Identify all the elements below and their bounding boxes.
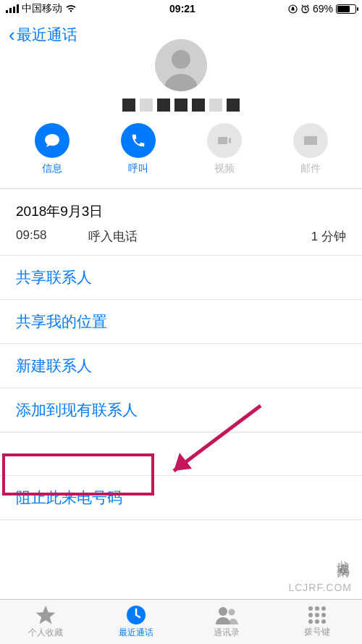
tab-recents-label: 最近通话 bbox=[119, 627, 153, 639]
message-icon bbox=[35, 123, 70, 158]
share-contact-item[interactable]: 共享联系人 bbox=[0, 256, 362, 300]
call-row: 09:58 呼入电话 1 分钟 bbox=[16, 228, 346, 245]
svg-point-14 bbox=[308, 613, 313, 617]
back-label: 最近通话 bbox=[17, 25, 77, 45]
svg-point-16 bbox=[321, 613, 326, 617]
svg-point-17 bbox=[308, 619, 313, 624]
svg-point-12 bbox=[315, 606, 319, 611]
call-button[interactable]: 呼叫 bbox=[109, 123, 167, 175]
svg-point-13 bbox=[321, 606, 326, 611]
add-existing-item[interactable]: 添加到现有联系人 bbox=[0, 388, 362, 432]
svg-point-15 bbox=[315, 613, 319, 617]
keypad-icon bbox=[308, 606, 327, 624]
call-duration: 1 分钟 bbox=[311, 228, 346, 245]
battery-icon bbox=[336, 4, 356, 14]
carrier-label: 中国移动 bbox=[22, 2, 62, 15]
svg-point-19 bbox=[321, 619, 326, 624]
svg-rect-3 bbox=[17, 4, 19, 13]
signal-icon bbox=[6, 4, 19, 13]
contacts-icon bbox=[214, 605, 239, 625]
mail-label: 邮件 bbox=[300, 162, 321, 175]
video-icon bbox=[207, 123, 242, 158]
clock-icon bbox=[126, 605, 146, 625]
tab-keypad[interactable]: 拨号键 bbox=[272, 606, 362, 638]
mail-icon bbox=[293, 123, 328, 158]
annotation-highlight bbox=[2, 453, 154, 495]
avatar bbox=[155, 39, 207, 91]
status-right: 69% bbox=[288, 3, 356, 14]
person-icon bbox=[155, 39, 207, 91]
svg-rect-0 bbox=[6, 10, 8, 13]
tab-favorites[interactable]: 个人收藏 bbox=[0, 605, 90, 639]
back-button[interactable]: ‹ 最近通话 bbox=[9, 25, 77, 45]
status-time: 09:21 bbox=[169, 3, 195, 14]
svg-point-11 bbox=[308, 606, 313, 611]
tab-contacts[interactable]: 通讯录 bbox=[181, 605, 272, 639]
svg-point-18 bbox=[315, 619, 319, 624]
video-label: 视频 bbox=[214, 162, 235, 175]
lock-rotation-icon bbox=[288, 4, 298, 14]
status-bar: 中国移动 09:21 69% bbox=[0, 0, 362, 17]
mail-button: 邮件 bbox=[282, 123, 340, 175]
contact-header bbox=[0, 39, 362, 119]
svg-rect-2 bbox=[13, 7, 15, 13]
call-type: 呼入电话 bbox=[88, 228, 311, 245]
phone-icon bbox=[121, 123, 156, 158]
alarm-icon bbox=[300, 4, 310, 14]
svg-rect-1 bbox=[9, 8, 12, 13]
call-time: 09:58 bbox=[16, 228, 88, 245]
call-date: 2018年9月3日 bbox=[16, 202, 346, 221]
action-row: 信息 呼叫 视频 邮件 bbox=[0, 119, 362, 189]
battery-percent: 69% bbox=[313, 3, 333, 14]
watermark-url: LCJRF.COM bbox=[288, 582, 352, 593]
svg-point-7 bbox=[172, 50, 190, 69]
watermark-text: 龙城安卓网 bbox=[334, 550, 352, 557]
contact-name bbox=[122, 97, 240, 119]
message-button[interactable]: 信息 bbox=[23, 123, 81, 175]
new-contact-item[interactable]: 新建联系人 bbox=[0, 344, 362, 388]
message-label: 信息 bbox=[42, 162, 62, 175]
svg-point-9 bbox=[219, 607, 227, 616]
tab-recents[interactable]: 最近通话 bbox=[90, 605, 181, 639]
call-log: 2018年9月3日 09:58 呼入电话 1 分钟 bbox=[0, 189, 362, 256]
tab-bar: 个人收藏 最近通话 通讯录 拨号键 bbox=[0, 599, 362, 644]
wifi-icon bbox=[65, 4, 77, 13]
tab-favorites-label: 个人收藏 bbox=[28, 627, 63, 639]
status-left: 中国移动 bbox=[6, 2, 77, 15]
chevron-left-icon: ‹ bbox=[9, 25, 15, 44]
tab-keypad-label: 拨号键 bbox=[304, 626, 330, 638]
call-label: 呼叫 bbox=[128, 162, 148, 175]
share-location-item[interactable]: 共享我的位置 bbox=[0, 300, 362, 344]
svg-point-10 bbox=[228, 609, 235, 616]
star-icon bbox=[35, 605, 56, 625]
video-button: 视频 bbox=[195, 123, 253, 175]
tab-contacts-label: 通讯录 bbox=[214, 627, 240, 639]
